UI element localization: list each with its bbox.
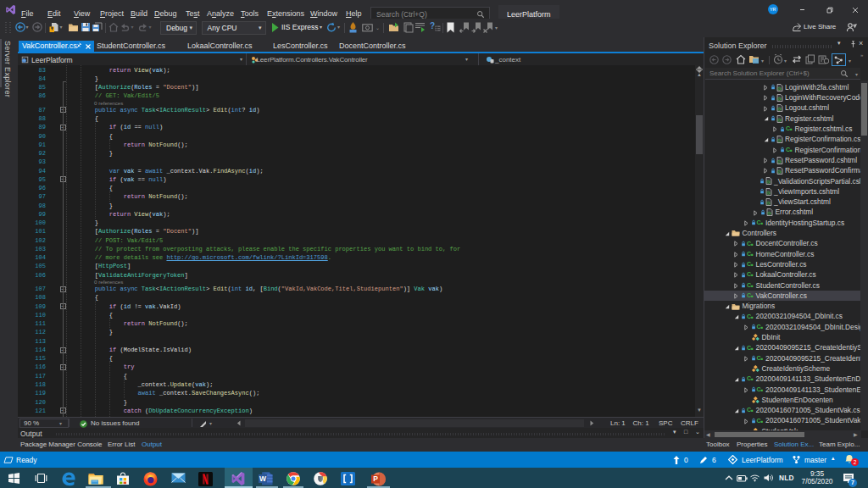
svg-text:W: W [259,474,267,483]
svg-text:P: P [373,474,378,483]
